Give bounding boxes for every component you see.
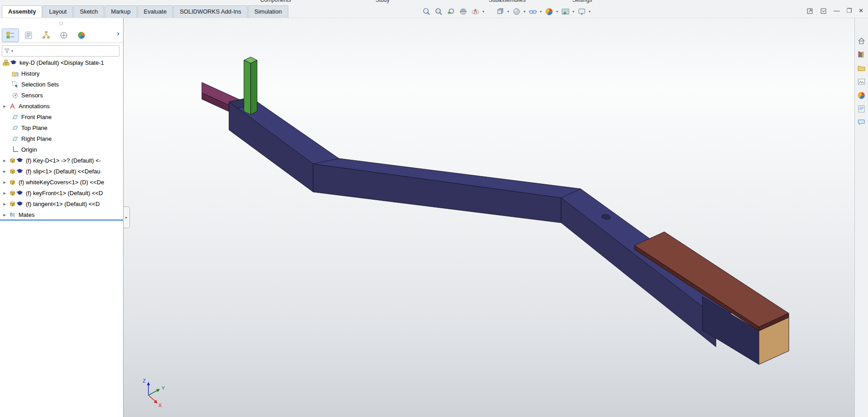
tree-item-root[interactable]: key-D (Default) <Display State-1: [0, 57, 123, 68]
dropdown-caret-icon[interactable]: ▾: [482, 10, 484, 14]
part-icon: [9, 168, 16, 175]
tab-configurationmanager[interactable]: [38, 29, 54, 42]
tree-item-mates[interactable]: ▸ Mates: [0, 209, 123, 220]
restore-button[interactable]: ❐: [846, 6, 852, 16]
ribbon-group-label: Components: [260, 0, 291, 3]
hide-show-items-icon[interactable]: [527, 6, 538, 17]
tree-item-label: key-D (Default) <Display State-1: [19, 59, 104, 66]
dropdown-caret-icon[interactable]: ▾: [589, 10, 591, 14]
close-button[interactable]: ✕: [858, 6, 863, 16]
panel-flyout-handle[interactable]: ▸: [124, 206, 130, 228]
tree-item-label: Origin: [21, 146, 37, 153]
annotation-views-icon[interactable]: [470, 6, 481, 17]
apply-scene-icon[interactable]: [560, 6, 571, 17]
zoom-to-area-icon[interactable]: [433, 6, 444, 17]
heads-up-view-toolbar: ▾ ▾ ▾ ▾ ▾ ▾ ▾: [421, 6, 591, 17]
previous-view-icon[interactable]: [445, 6, 456, 17]
tree-item-component-whitekeycovers[interactable]: ▸ (f) whiteKeyCovers<1> (D) <<De: [0, 177, 123, 187]
dropdown-caret-icon[interactable]: ▾: [540, 10, 542, 14]
plane-icon: [12, 125, 19, 131]
expand-arrow-icon[interactable]: ▸: [2, 168, 7, 174]
dropdown-caret-icon[interactable]: ▾: [507, 10, 509, 14]
tab-featuremanager-tree[interactable]: [2, 29, 19, 42]
window-controls: — ❐ ✕: [806, 6, 863, 16]
filter-input[interactable]: [15, 48, 117, 55]
tab-propertymanager[interactable]: [20, 29, 37, 42]
filter-funnel-icon[interactable]: [4, 48, 10, 54]
3d-model-canvas[interactable]: Z Y X: [124, 18, 854, 417]
green-post-part[interactable]: [244, 57, 257, 115]
tree-item-annotations[interactable]: ▸ Annotations: [0, 101, 123, 111]
collapse-ribbon-icon[interactable]: [820, 8, 827, 14]
filter-caret-icon[interactable]: ▾: [11, 49, 13, 53]
tree-item-right-plane[interactable]: Right Plane: [0, 133, 123, 144]
tree-item-selection-sets[interactable]: Selection Sets: [0, 79, 123, 90]
ribbon-group-label: Settings: [572, 0, 592, 3]
tab-markup[interactable]: Markup: [105, 5, 137, 18]
expand-arrow-icon[interactable]: ▸: [2, 201, 7, 207]
tab-dimxpertmanager[interactable]: [56, 29, 72, 42]
view-settings-icon[interactable]: [576, 6, 587, 17]
origin-icon: [12, 146, 19, 153]
sensors-icon: [12, 92, 19, 99]
tree-item-component-tangent[interactable]: ▸ (f) tangent<1> (Default) <<D: [0, 198, 123, 209]
tree-item-top-plane[interactable]: Top Plane: [0, 122, 123, 133]
tab-solidworks-add-ins[interactable]: SOLIDWORKS Add-Ins: [173, 5, 248, 18]
expand-arrow-icon[interactable]: ▸: [2, 212, 7, 218]
tree-item-label: History: [21, 70, 39, 77]
tree-item-component-slip[interactable]: ▸ (f) slip<1> (Default) <<Defau: [0, 166, 123, 177]
tree-item-label: (f) slip<1> (Default) <<Defau: [26, 168, 100, 175]
minimize-button[interactable]: —: [834, 6, 839, 16]
zoom-to-fit-icon[interactable]: [421, 6, 432, 17]
expand-arrow-icon[interactable]: ▸: [2, 158, 7, 163]
part-icon: [9, 201, 16, 207]
triad-z-label: Z: [143, 378, 146, 383]
feature-manager-panel: › ▾ key-D (Default) <Display State-1 His…: [0, 18, 124, 417]
tab-displaymanager[interactable]: [73, 29, 90, 42]
expand-arrow-icon[interactable]: ▸: [2, 190, 7, 196]
view-orientation-icon[interactable]: [495, 6, 506, 17]
section-view-icon[interactable]: [458, 6, 468, 17]
main-key-beam-part[interactable]: [229, 97, 759, 364]
tree-item-label: (f) whiteKeyCovers<1> (D) <<De: [19, 179, 104, 186]
graduation-cap-icon: [16, 157, 23, 164]
task-pane: [854, 18, 868, 417]
tree-item-label: Right Plane: [21, 135, 52, 142]
tab-layout[interactable]: Layout: [43, 5, 73, 18]
panel-tab-overflow-arrow[interactable]: ›: [117, 29, 119, 38]
orientation-triad: Z Y X: [143, 378, 165, 408]
tab-assembly[interactable]: Assembly: [2, 5, 42, 18]
solidworks-forum-icon[interactable]: [857, 117, 867, 127]
expand-arrow-icon[interactable]: ▸: [2, 103, 7, 109]
undock-panel-icon[interactable]: [806, 8, 813, 14]
view-palette-icon[interactable]: [857, 77, 867, 86]
part-icon: [9, 190, 16, 197]
dropdown-caret-icon[interactable]: ▾: [572, 10, 574, 14]
tab-evaluate[interactable]: Evaluate: [138, 5, 173, 18]
solidworks-resources-icon[interactable]: [857, 36, 867, 46]
display-style-icon[interactable]: [511, 6, 522, 17]
file-explorer-icon[interactable]: [857, 63, 867, 73]
annotations-icon: [9, 103, 16, 110]
tab-sketch[interactable]: Sketch: [73, 5, 104, 18]
graphics-viewport[interactable]: Z Y X: [124, 18, 854, 417]
custom-properties-icon[interactable]: [857, 104, 867, 114]
tree-item-sensors[interactable]: Sensors: [0, 90, 123, 101]
ribbon-group-label: Subassemblies: [489, 0, 525, 3]
tree-item-component-key-d[interactable]: ▸ (f) Key-D<1> ->? (Default) <-: [0, 155, 123, 166]
expand-arrow-icon[interactable]: ▸: [2, 179, 7, 185]
plane-icon: [12, 135, 19, 142]
tree-item-label: (f) keyFront<1> (Default) <<D: [26, 190, 103, 197]
dropdown-caret-icon[interactable]: ▾: [524, 10, 525, 14]
tree-item-origin[interactable]: Origin: [0, 144, 123, 155]
tree-item-history[interactable]: History: [0, 68, 123, 79]
tree-item-component-keyfront[interactable]: ▸ (f) keyFront<1> (Default) <<D: [0, 187, 123, 198]
edit-appearance-icon[interactable]: [544, 6, 554, 17]
tree-item-front-plane[interactable]: Front Plane: [0, 111, 123, 122]
part-icon: [9, 179, 16, 186]
dropdown-caret-icon[interactable]: ▾: [556, 10, 558, 14]
appearances-scenes-icon[interactable]: [857, 90, 867, 100]
design-library-icon[interactable]: [857, 49, 867, 59]
mates-paperclip-icon: [9, 211, 16, 218]
tab-simulation[interactable]: Simulation: [248, 5, 288, 18]
